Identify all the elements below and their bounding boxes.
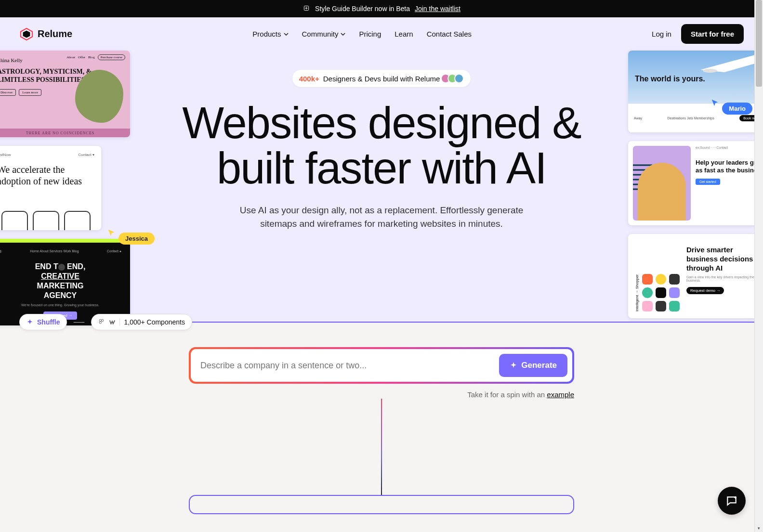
preview-brand: ListNow [0, 153, 11, 157]
logo[interactable]: Relume [19, 27, 72, 41]
login-link[interactable]: Log in [652, 30, 671, 38]
cursor-tag-mario: Mario [710, 99, 752, 115]
preview-headline: Help your leaders grow as fast as the bu… [696, 159, 763, 174]
scrollbar[interactable]: ▾ [754, 0, 763, 514]
main-nav: Relume Products Community Pricing Learn … [0, 17, 763, 51]
example-link[interactable]: example [547, 390, 574, 399]
generate-box: Generate [189, 347, 574, 384]
example-lead: Take it for a spin with an [467, 390, 547, 399]
announcement-text: Style Guide Builder now in Beta [315, 5, 410, 13]
svg-point-3 [703, 69, 717, 73]
sparkle-icon [510, 362, 517, 369]
generate-label: Generate [521, 361, 557, 370]
side-cards-right: The world is yours. AwayDestinations Jet… [628, 51, 763, 318]
connector-line [74, 322, 84, 323]
pill-count: 400k+ [299, 75, 319, 83]
nav-products-label: Products [252, 30, 281, 38]
nav-learn[interactable]: Learn [395, 30, 413, 38]
hero-subtitle: Use AI as your design ally, not as a rep… [227, 204, 536, 231]
generate-button[interactable]: Generate [499, 354, 567, 377]
scroll-thumb[interactable] [756, 0, 762, 87]
hero-title: Websites designed & built faster with AI [141, 101, 622, 191]
phones-row [0, 211, 101, 230]
chevron-down-icon [284, 32, 289, 37]
social-proof-pill[interactable]: 400k+ Designers & Devs build with Relume [292, 70, 471, 87]
hero-section: AboutOfferBlogPurchase course Elúna Kell… [0, 51, 763, 323]
preview-headline: We accelerate the adoption of new ideas [0, 164, 94, 187]
nav-contact[interactable]: Contact Sales [427, 30, 472, 38]
nav-community[interactable]: Community [302, 30, 346, 38]
generate-section: Generate Take it for a spin with an exam… [0, 323, 763, 514]
preview-card-agency: ◐Home About Services Work BlogContact ● … [0, 239, 130, 325]
cursor-tag-jessica: Jessica [107, 229, 155, 245]
avatar [454, 74, 464, 83]
preview-headline: The world is yours. [635, 75, 705, 83]
nav-center: Products Community Pricing Learn Contact… [252, 30, 472, 38]
pill-text: Designers & Devs build with Relume [323, 75, 440, 83]
side-cards-left: AboutOfferBlogPurchase course Elúna Kell… [0, 51, 135, 325]
svg-point-5 [102, 319, 104, 321]
logo-text: Relume [38, 28, 72, 39]
nav-learn-label: Learn [395, 30, 413, 38]
announcement-link[interactable]: Join the waitlist [415, 5, 460, 13]
cursor-label: Mario [722, 103, 752, 115]
preview-card-astrology: AboutOfferBlogPurchase course Elúna Kell… [0, 51, 130, 137]
cursor-label: Jessica [118, 233, 155, 245]
nav-contact-label: Contact Sales [427, 30, 472, 38]
preview-topnav: AboutOfferBlogPurchase course [67, 54, 125, 60]
preview-strip: THERE ARE NO COINCIDENCES [0, 129, 130, 137]
announcement-bar: Style Guide Builder now in Beta Join the… [0, 0, 763, 17]
stage-2-box [189, 495, 574, 514]
nav-community-label: Community [302, 30, 339, 38]
logo-mark-icon [19, 27, 34, 41]
cursor-icon [710, 99, 719, 107]
preview-card-sky: The world is yours. AwayDestinations Jet… [628, 51, 763, 132]
portrait-placeholder [75, 70, 123, 123]
connector-vertical [381, 399, 382, 495]
example-hint: Take it for a spin with an example [189, 390, 574, 399]
preview-card-ai: Intelligent → Shopper Drive smarter busi… [628, 234, 763, 318]
avatar-stack [444, 74, 464, 83]
nav-pricing[interactable]: Pricing [359, 30, 381, 38]
preview-card-listnow: ListNowContact ▾ We accelerate the adopt… [0, 146, 101, 230]
nav-wrap: Relume Products Community Pricing Learn … [0, 17, 763, 323]
chevron-down-icon [341, 32, 345, 37]
preview-headline: Drive smarter business decisions through… [686, 246, 761, 272]
chat-fab[interactable] [718, 487, 746, 514]
chat-icon [725, 494, 738, 507]
start-free-button[interactable]: Start for free [681, 24, 744, 44]
nav-pricing-label: Pricing [359, 30, 381, 38]
plane-icon [696, 51, 763, 79]
sparkle-icon [303, 4, 310, 13]
nav-right: Log in Start for free [652, 24, 744, 44]
nav-products[interactable]: Products [252, 30, 288, 38]
svg-point-4 [100, 319, 102, 321]
prompt-input[interactable] [200, 361, 493, 371]
preview-card-coach: ex:Sound · · · Contact Help your leaders… [628, 141, 763, 225]
cursor-icon [107, 229, 116, 237]
hero-inner: Mario Jessica 400k+ Designers & Devs bui… [141, 70, 622, 231]
preview-headline: END T END, CREATIVE MARKETING AGENCY [0, 262, 121, 300]
generate-inner: Generate [191, 349, 572, 382]
